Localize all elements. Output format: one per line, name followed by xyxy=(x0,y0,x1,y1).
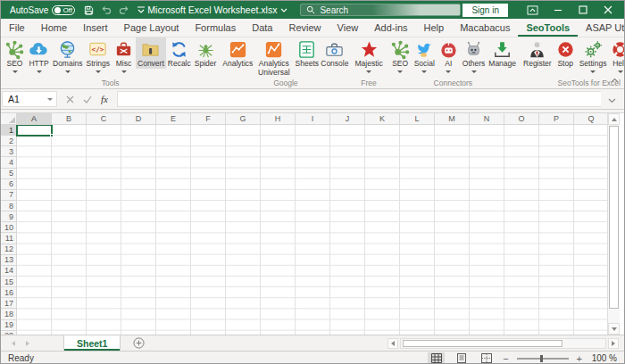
column-header-N[interactable]: N xyxy=(470,113,504,125)
close-button[interactable] xyxy=(596,1,621,19)
row-header-9[interactable]: 9 xyxy=(1,211,17,222)
ribbon-button-analytics[interactable]: Analytics xyxy=(221,37,254,69)
row-header-17[interactable]: 17 xyxy=(1,298,17,309)
row-header-11[interactable]: 11 xyxy=(1,233,17,244)
customize-qat-icon[interactable] xyxy=(137,6,146,14)
column-header-H[interactable]: H xyxy=(261,113,296,125)
ribbon-button-http[interactable]: HTTP xyxy=(27,37,51,73)
fill-handle[interactable] xyxy=(50,134,54,137)
column-header-G[interactable]: G xyxy=(226,113,261,125)
minimize-button[interactable] xyxy=(546,1,571,19)
ribbon-button-register[interactable]: Register xyxy=(521,37,554,69)
column-header-E[interactable]: E xyxy=(156,113,191,125)
horizontal-scroll-track[interactable] xyxy=(400,338,606,349)
column-header-Q[interactable]: Q xyxy=(574,113,609,125)
ribbon-button-ai[interactable]: AI xyxy=(437,37,461,73)
column-header-O[interactable]: O xyxy=(504,113,539,125)
ribbon-button-connector-seo[interactable]: SEO xyxy=(388,37,412,73)
row-header-13[interactable]: 13 xyxy=(1,255,17,266)
column-header-K[interactable]: K xyxy=(365,113,400,125)
row-header-16[interactable]: 16 xyxy=(1,287,17,298)
ribbon-button-strings[interactable]: </> Strings xyxy=(85,37,112,73)
vertical-scroll-thumb[interactable] xyxy=(609,126,619,309)
tab-view[interactable]: View xyxy=(329,19,367,37)
zoom-slider-thumb[interactable] xyxy=(540,355,543,362)
column-header-J[interactable]: J xyxy=(330,113,365,125)
horizontal-scrollbar[interactable] xyxy=(388,335,624,351)
row-header-1[interactable]: 1 xyxy=(1,125,17,136)
column-header-L[interactable]: L xyxy=(400,113,435,125)
name-box-caret-icon[interactable] xyxy=(47,98,53,101)
sheet-nav-left-icon[interactable] xyxy=(12,341,15,346)
zoom-in-button[interactable]: + xyxy=(577,353,582,364)
tab-add-ins[interactable]: Add-ins xyxy=(366,19,415,37)
tab-page-layout[interactable]: Page Layout xyxy=(116,19,188,37)
autosave-toggle[interactable]: Off xyxy=(52,5,75,15)
tab-help[interactable]: Help xyxy=(416,19,453,37)
ribbon-button-misc[interactable]: Misc xyxy=(112,37,136,73)
document-title[interactable]: Microsoft Excel Worksheet.xlsx xyxy=(147,4,288,15)
ribbon-button-social[interactable]: Social xyxy=(412,37,437,73)
page-layout-view-button[interactable] xyxy=(453,352,470,364)
ribbon-display-options-button[interactable] xyxy=(521,1,546,19)
tab-formulas[interactable]: Formulas xyxy=(187,19,244,37)
ribbon-button-seo[interactable]: SEO xyxy=(3,37,27,73)
tab-seotools[interactable]: SeoTools xyxy=(518,19,578,37)
row-header-14[interactable]: 14 xyxy=(1,266,17,277)
column-header-F[interactable]: F xyxy=(191,113,226,125)
zoom-level[interactable]: 100 % xyxy=(590,353,617,363)
column-header-I[interactable]: I xyxy=(296,113,330,125)
ribbon-button-others[interactable]: Others xyxy=(461,37,488,73)
row-header-10[interactable]: 10 xyxy=(1,222,17,233)
column-header-M[interactable]: M xyxy=(435,113,470,125)
row-header-2[interactable]: 2 xyxy=(1,136,17,146)
autosave-control[interactable]: AutoSave Off xyxy=(10,5,75,15)
formula-input[interactable] xyxy=(117,91,601,107)
insert-function-icon[interactable]: fx xyxy=(101,94,108,104)
tab-review[interactable]: Review xyxy=(280,19,329,37)
ribbon-button-analytics-universal[interactable]: Analytics Universal xyxy=(254,37,294,78)
row-header-12[interactable]: 12 xyxy=(1,244,17,255)
cancel-icon[interactable] xyxy=(66,95,74,103)
search-box[interactable] xyxy=(300,4,461,16)
scroll-down-button[interactable] xyxy=(608,323,620,335)
horizontal-scroll-thumb[interactable] xyxy=(403,340,562,347)
tab-data[interactable]: Data xyxy=(244,19,280,37)
vertical-scrollbar[interactable] xyxy=(607,113,620,335)
row-header-4[interactable]: 4 xyxy=(1,157,17,168)
column-header-D[interactable]: D xyxy=(121,113,156,125)
ribbon-button-spider[interactable]: Spider xyxy=(193,37,219,69)
ribbon-button-settings[interactable]: Settings xyxy=(578,37,609,73)
select-all-corner[interactable] xyxy=(1,113,17,125)
zoom-slider[interactable] xyxy=(517,358,569,360)
page-break-preview-button[interactable] xyxy=(478,352,495,364)
sign-in-button[interactable]: Sign in xyxy=(462,4,508,17)
ribbon-button-console[interactable]: Console xyxy=(320,37,349,69)
name-box[interactable]: A1 xyxy=(2,91,57,107)
row-header-7[interactable]: 7 xyxy=(1,190,17,201)
scroll-left-button[interactable] xyxy=(388,338,398,349)
cells-area[interactable] xyxy=(17,125,609,335)
ribbon-button-convert[interactable]: Convert xyxy=(136,37,166,69)
row-header-19[interactable]: 19 xyxy=(1,320,17,331)
sheet-nav-right-icon[interactable] xyxy=(26,341,29,346)
row-header-8[interactable]: 8 xyxy=(1,201,17,211)
row-header-6[interactable]: 6 xyxy=(1,179,17,190)
column-header-B[interactable]: B xyxy=(52,113,87,125)
ribbon-button-stop[interactable]: Stop xyxy=(554,37,578,69)
tab-file[interactable]: File xyxy=(1,19,33,37)
ribbon-button-sheets[interactable]: Sheets xyxy=(294,37,320,69)
selected-cell-a1[interactable] xyxy=(16,125,53,136)
search-input[interactable] xyxy=(320,5,427,15)
row-header-20[interactable]: 20 xyxy=(1,331,17,335)
ribbon-button-recalc[interactable]: Recalc xyxy=(166,37,193,69)
row-header-18[interactable]: 18 xyxy=(1,309,17,319)
collapse-ribbon-button[interactable] xyxy=(611,70,619,87)
scroll-up-button[interactable] xyxy=(608,113,620,125)
tab-insert[interactable]: Insert xyxy=(75,19,116,37)
column-header-A[interactable]: A xyxy=(17,113,52,125)
maximize-button[interactable] xyxy=(571,1,596,19)
ribbon-button-majestic[interactable]: Majestic xyxy=(353,37,384,73)
ribbon-button-help[interactable]: Help xyxy=(608,37,625,73)
sheet-tab-sheet1[interactable]: Sheet1 xyxy=(63,335,121,351)
